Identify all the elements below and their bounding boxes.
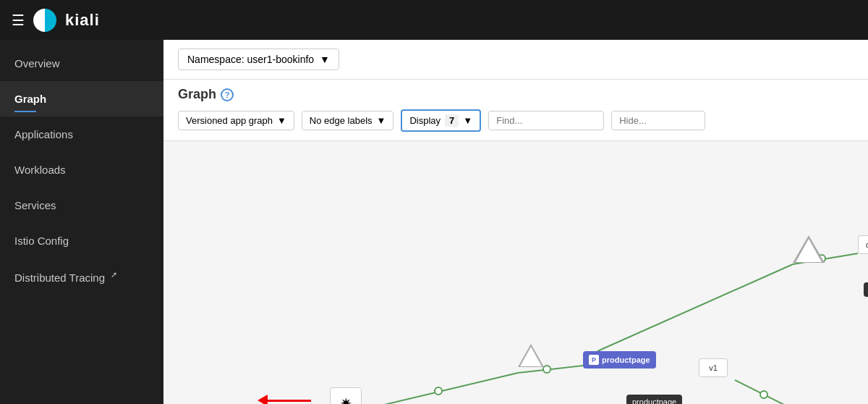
arrow-line — [268, 400, 311, 402]
namespace-bar: Namespace: user1-bookinfo ▼ — [163, 40, 868, 80]
namespace-dropdown[interactable]: Namespace: user1-bookinfo ▼ — [178, 49, 339, 70]
svg-line-0 — [366, 373, 518, 404]
details-node[interactable]: details — [858, 235, 868, 254]
graph-header: Graph ? Versioned app graph ▼ No edge la… — [163, 80, 868, 141]
productpage-v1-node[interactable]: v1 — [699, 358, 728, 377]
display-count-badge: 7 — [445, 114, 459, 127]
svg-line-7 — [735, 380, 793, 404]
graph-title-row: Graph ? — [178, 87, 854, 102]
details-triangle — [793, 235, 825, 263]
sidebar-item-distributed-tracing[interactable]: Distributed Tracing ➚ — [0, 258, 163, 295]
svg-point-3 — [435, 387, 442, 395]
chevron-down-icon: ▼ — [320, 54, 330, 65]
sidebar-item-overview[interactable]: Overview — [0, 46, 163, 81]
graph-type-dropdown[interactable]: Versioned app graph ▼ — [178, 111, 294, 130]
hamburger-icon[interactable]: ☰ — [12, 12, 25, 29]
app-logo-text: kiali — [65, 11, 100, 30]
graph-canvas: ✷ istio-ingressgateway(user1-istio-syste… — [163, 141, 868, 404]
sidebar-item-applications[interactable]: Applications — [0, 117, 163, 152]
external-link-icon: ➚ — [111, 270, 117, 279]
svg-point-8 — [760, 391, 767, 398]
svg-line-1 — [597, 264, 793, 351]
hide-input[interactable] — [611, 111, 705, 130]
chevron-down-icon: ▼ — [377, 115, 386, 126]
ingress-gateway-node[interactable]: ✷ — [330, 387, 362, 404]
sidebar-item-workloads[interactable]: Workloads — [0, 152, 163, 188]
logo-icon — [33, 9, 56, 32]
help-icon[interactable]: ? — [221, 88, 234, 101]
graph-title-text: Graph — [178, 87, 216, 102]
main-layout: Overview Graph Applications Workloads Se… — [0, 40, 868, 404]
red-arrow-indicator — [258, 395, 311, 404]
arrow-head-icon — [258, 395, 268, 404]
find-input[interactable] — [488, 111, 604, 130]
details-tooltip: details — [864, 282, 868, 297]
sidebar-item-graph[interactable]: Graph — [0, 81, 163, 117]
productpage-triangle — [518, 344, 544, 367]
content-area: Namespace: user1-bookinfo ▼ Graph ? Vers… — [163, 40, 868, 404]
edge-labels-dropdown[interactable]: No edge labels ▼ — [302, 111, 394, 130]
display-dropdown[interactable]: Display 7 ▼ — [401, 109, 481, 132]
chevron-down-icon: ▼ — [463, 115, 472, 126]
sidebar-item-services[interactable]: Services — [0, 188, 163, 223]
graph-toolbar: Versioned app graph ▼ No edge labels ▼ D… — [178, 109, 854, 132]
sidebar: Overview Graph Applications Workloads Se… — [0, 40, 163, 404]
graph-edges-svg — [163, 141, 868, 404]
productpage-service-node[interactable]: P productpage — [583, 351, 656, 369]
productpage-service-icon: P — [589, 355, 599, 365]
topbar: ☰ kiali — [0, 0, 868, 40]
chevron-down-icon: ▼ — [277, 115, 286, 126]
productpage-tooltip: productpage — [626, 395, 682, 404]
sidebar-item-istio-config[interactable]: Istio Config — [0, 223, 163, 258]
svg-point-4 — [543, 366, 550, 373]
